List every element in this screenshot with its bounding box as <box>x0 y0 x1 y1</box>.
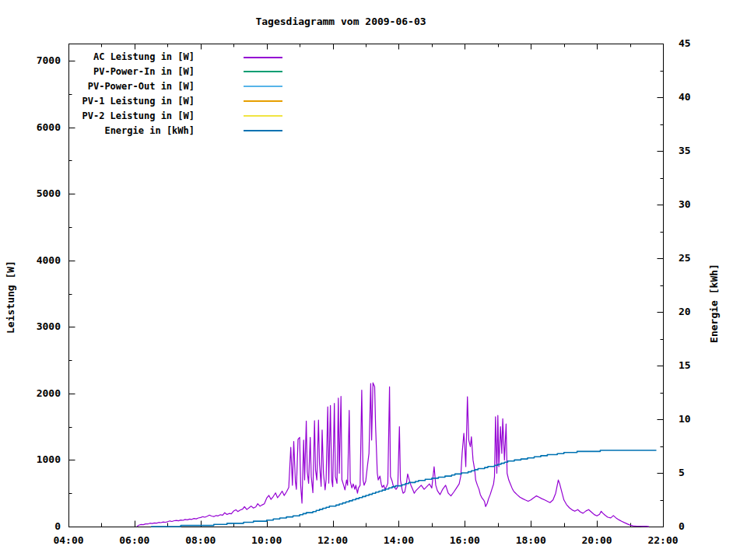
series-curve-5 <box>151 450 656 527</box>
right-axis-tick-label: 45 <box>679 37 710 49</box>
legend-item-swatch <box>244 115 282 117</box>
legend-item-swatch <box>244 100 282 102</box>
legend-item-swatch <box>244 130 282 131</box>
x-axis-tick-label: 22:00 <box>640 534 686 546</box>
x-axis-tick-label: 04:00 <box>45 534 92 546</box>
x-axis-tick-label: 08:00 <box>177 534 224 546</box>
left-axis-tick-label: 5000 <box>6 187 61 199</box>
series-curve-0 <box>137 383 649 527</box>
right-axis-tick-label: 10 <box>679 413 710 425</box>
x-axis-tick-label: 20:00 <box>573 534 620 546</box>
right-axis-tick-label: 15 <box>679 359 710 371</box>
left-axis-tick-label: 0 <box>6 520 61 532</box>
legend-item-label: PV-Power-Out in [W] <box>68 79 195 94</box>
right-axis-tick-label: 5 <box>679 467 710 478</box>
legend-item-label: AC Leistung in [W] <box>68 50 195 65</box>
legend-item-swatch <box>244 57 282 58</box>
left-axis-tick-label: 4000 <box>6 254 61 266</box>
left-axis-tick-label: 3000 <box>6 320 61 332</box>
x-axis-tick-label: 14:00 <box>375 534 422 546</box>
legend-item-label: Energie in [kWh] <box>68 124 195 138</box>
x-axis-tick-label: 16:00 <box>441 534 488 546</box>
left-axis-tick-label: 6000 <box>6 121 61 133</box>
legend-item-label: PV-Power-In in [W] <box>68 65 195 79</box>
legend-item-swatch <box>244 71 282 72</box>
left-axis-tick-label: 1000 <box>6 453 61 465</box>
right-axis-tick-label: 0 <box>679 520 710 532</box>
x-axis-tick-label: 18:00 <box>507 534 554 546</box>
x-axis-tick-label: 12:00 <box>310 534 356 546</box>
legend-item-label: PV-1 Leistung in [W] <box>68 94 195 109</box>
right-axis-tick-label: 25 <box>679 252 710 264</box>
right-axis-tick-label: 30 <box>679 198 710 210</box>
right-axis-label: Energie [kWh] <box>708 241 721 366</box>
x-axis-tick-label: 10:00 <box>244 534 290 546</box>
left-axis-tick-label: 2000 <box>6 387 61 399</box>
legend-item-label: PV-2 Leistung in [W] <box>68 109 195 124</box>
chart-title: Tagesdiagramm vom 2009-06-03 <box>68 16 613 27</box>
right-axis-tick-label: 20 <box>679 306 710 317</box>
right-axis-tick-label: 35 <box>679 145 710 156</box>
x-axis-tick-label: 06:00 <box>111 534 158 546</box>
chart-page: Tagesdiagramm vom 2009-06-03 Leistung [W… <box>0 0 747 560</box>
legend-item-swatch <box>244 86 282 87</box>
left-axis-tick-label: 7000 <box>6 54 61 66</box>
right-axis-tick-label: 40 <box>679 91 710 103</box>
